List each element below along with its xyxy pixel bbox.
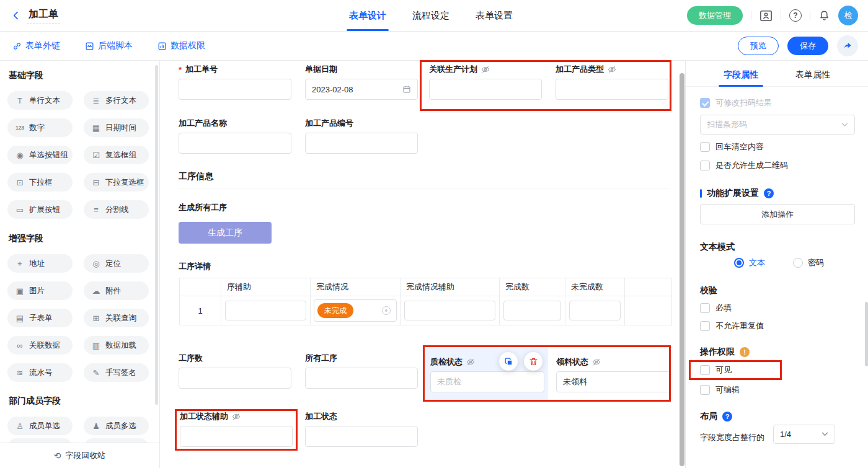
field-label: 加工产品类型: [556, 64, 604, 75]
warning-circle-icon[interactable]: !: [740, 347, 750, 357]
external-link-button[interactable]: 表单外链: [12, 40, 60, 51]
field-item-subform[interactable]: ▤子表单: [7, 309, 73, 327]
field-item-attachment[interactable]: ☁附件: [84, 281, 149, 300]
scan-editable-label: 可修改扫码结果: [715, 97, 772, 108]
field-process-aux[interactable]: 加工状态辅助: [180, 412, 293, 447]
no-duplicate-checkbox[interactable]: 不允许重复值: [700, 320, 764, 332]
bell-icon[interactable]: [818, 9, 830, 22]
done-count-input[interactable]: [503, 301, 561, 320]
field-doc-date[interactable]: 单据日期 2023-02-08: [305, 64, 418, 100]
scan-editable-checkbox[interactable]: 可修改扫码结果: [700, 97, 772, 108]
canvas-scrollbar[interactable]: [680, 73, 684, 466]
qc-status-input[interactable]: 未质检: [430, 371, 544, 392]
editable-checkbox[interactable]: 可编辑: [700, 384, 740, 395]
checkbox-group-icon: ☑: [91, 151, 101, 159]
field-material-status[interactable]: 领料状态 未领料: [556, 357, 671, 392]
copy-field-button[interactable]: [499, 352, 518, 371]
contacts-icon[interactable]: [760, 10, 773, 22]
tab-form-properties[interactable]: 表单属性: [795, 65, 830, 86]
product-type-input[interactable]: [556, 79, 668, 100]
field-item-member-multi[interactable]: ♟成员多选: [84, 417, 149, 435]
field-item-serial-number[interactable]: ≋流水号: [7, 363, 73, 382]
field-item-extend-button[interactable]: ▭扩展按钮: [7, 200, 73, 219]
backend-script-button[interactable]: 后端脚本: [85, 40, 133, 51]
field-item-select[interactable]: ⊡下拉框: [7, 173, 73, 192]
doc-date-input[interactable]: 2023-02-08: [305, 79, 418, 100]
validation-title: 校验: [700, 285, 717, 296]
data-permission-button[interactable]: 数据权限: [157, 40, 205, 51]
field-item-single-line-text[interactable]: T单行文本: [7, 91, 73, 110]
help-circle-icon[interactable]: ?: [764, 188, 774, 198]
product-no-input[interactable]: [305, 133, 418, 154]
order-no-input[interactable]: [179, 79, 291, 100]
generate-process-button[interactable]: 生成工序: [179, 222, 272, 244]
required-checkbox[interactable]: 必填: [700, 302, 732, 314]
field-item-datetime[interactable]: ▦日期时间: [84, 118, 149, 137]
panel-scrollbar[interactable]: [865, 302, 868, 366]
help-icon[interactable]: ?: [789, 9, 802, 22]
field-product-no[interactable]: 加工产品编号: [305, 118, 418, 154]
product-name-input[interactable]: [179, 133, 291, 154]
completion-aux-input[interactable]: [404, 301, 495, 320]
process-status-input[interactable]: [305, 426, 418, 447]
field-item-signature[interactable]: ✎手写签名: [84, 363, 149, 382]
help-circle-icon[interactable]: ?: [722, 412, 732, 422]
field-product-type[interactable]: 加工产品类型: [556, 64, 668, 100]
field-item-divider[interactable]: ≡分割线: [84, 200, 149, 219]
undone-count-input[interactable]: [569, 301, 621, 320]
delete-field-button[interactable]: [524, 352, 542, 371]
field-label: 加工产品名称: [179, 118, 227, 129]
enter-clear-checkbox[interactable]: 回车清空内容: [700, 141, 764, 152]
radio-off-icon: [793, 258, 803, 268]
process-aux-input[interactable]: [180, 426, 293, 447]
material-status-input[interactable]: 未领料: [556, 371, 671, 392]
field-item-multi-select[interactable]: ⊟下拉复选框: [84, 173, 149, 192]
field-item-image[interactable]: ▣图片: [7, 281, 73, 300]
field-item-data-load[interactable]: ▥数据加载: [84, 336, 149, 355]
field-item-location[interactable]: ◎定位: [84, 254, 149, 273]
back-icon[interactable]: [11, 11, 21, 20]
preview-button[interactable]: 预览: [738, 37, 779, 55]
allow-qrcode-checkbox[interactable]: 是否允许生成二维码: [700, 160, 788, 171]
field-item-linked-data[interactable]: ∞关联数据: [7, 336, 73, 355]
tab-form-design[interactable]: 表单设计: [349, 0, 386, 31]
field-item-address[interactable]: ⌖地址: [7, 254, 73, 273]
checkbox-icon: [700, 142, 710, 152]
tab-field-properties[interactable]: 字段属性: [724, 65, 758, 86]
add-action-button[interactable]: 添加操作: [700, 204, 855, 224]
save-button[interactable]: 保存: [787, 37, 828, 55]
data-manage-button[interactable]: 数据管理: [687, 6, 743, 25]
field-recycle-bin[interactable]: ⟲ 字段回收站: [0, 443, 159, 468]
field-item-radio-group[interactable]: ◉单选按钮组: [7, 146, 73, 164]
field-width-select[interactable]: 1/4: [773, 425, 835, 444]
field-process-count[interactable]: 工序数: [179, 353, 291, 389]
completion-select[interactable]: 未完成: [314, 299, 397, 322]
field-product-name[interactable]: 加工产品名称: [179, 118, 291, 154]
field-item-checkbox-group[interactable]: ☑复选框组: [84, 146, 149, 164]
scan-mode-select[interactable]: 扫描条形码: [700, 115, 855, 135]
tab-form-setting[interactable]: 表单设置: [476, 0, 513, 31]
backend-script-icon: [85, 42, 94, 51]
field-prod-plan[interactable]: 关联生产计划: [429, 64, 542, 100]
text-mode-radio-text[interactable]: 文本: [734, 257, 765, 268]
share-button[interactable]: [837, 35, 858, 56]
tab-flow-setting[interactable]: 流程设定: [412, 0, 450, 31]
field-item-multi-line-text[interactable]: ≣多行文本: [84, 91, 149, 110]
page-title[interactable]: 加工单: [27, 7, 60, 24]
field-item-number[interactable]: 123数字: [7, 118, 73, 137]
field-order-no[interactable]: *加工单号: [179, 64, 291, 100]
field-item-linked-query[interactable]: ⊞关联查询: [84, 309, 149, 327]
prod-plan-input[interactable]: [429, 79, 542, 100]
all-process-input[interactable]: [305, 368, 418, 389]
field-all-process[interactable]: 所有工序: [305, 353, 418, 389]
field-item-member-single[interactable]: ♙成员单选: [7, 417, 73, 435]
field-process-status[interactable]: 加工状态: [305, 412, 418, 447]
text-mode-radio-password[interactable]: 密码: [793, 257, 824, 268]
required-mark: *: [179, 65, 182, 74]
aux-input[interactable]: [225, 301, 306, 320]
visible-checkbox[interactable]: 可见: [700, 364, 732, 376]
avatar[interactable]: 检: [838, 6, 858, 25]
sidebar-scrollbar[interactable]: [155, 65, 158, 405]
radio-indicator-icon[interactable]: [382, 306, 391, 315]
process-count-input[interactable]: [179, 368, 291, 389]
